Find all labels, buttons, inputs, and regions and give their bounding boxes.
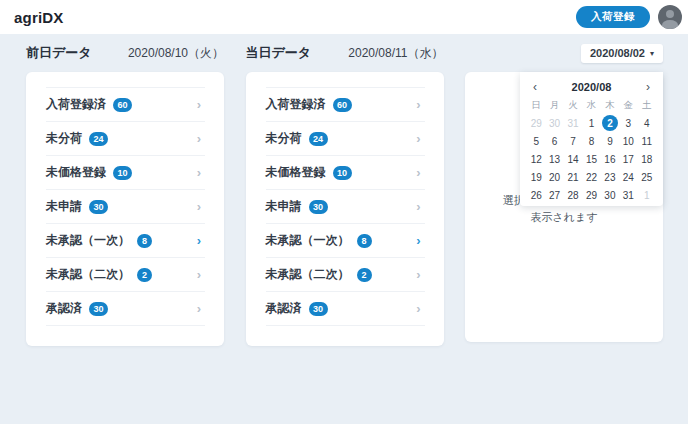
status-label: 未承認（二次） — [266, 266, 350, 283]
arrival-register-button[interactable]: 入荷登録 — [576, 6, 650, 28]
calendar-day-cell[interactable]: 1 — [583, 115, 599, 131]
calendar-weekday-label: 木 — [601, 97, 619, 114]
status-list-item[interactable]: 未分荷 24 › — [46, 122, 205, 156]
status-list-item[interactable]: 未分荷 24 › — [266, 122, 425, 156]
count-badge: 24 — [89, 132, 108, 146]
count-badge: 8 — [357, 234, 372, 248]
chevron-right-icon: › — [197, 132, 205, 145]
status-label: 未承認（一次） — [266, 232, 350, 249]
calendar-day-cell[interactable]: 24 — [620, 169, 636, 185]
calendar-day-cell[interactable]: 16 — [602, 151, 618, 167]
calendar-next-month-button[interactable]: › — [640, 77, 656, 97]
header-actions: 入荷登録 — [576, 5, 682, 29]
count-badge: 60 — [333, 98, 352, 112]
app-logo: agriDX — [14, 9, 64, 26]
chevron-right-icon: › — [197, 166, 205, 179]
chevron-right-icon: › — [197, 200, 205, 213]
calendar-day-cell[interactable]: 1 — [639, 187, 655, 203]
calendar-day-cell[interactable]: 4 — [639, 115, 655, 131]
status-label: 承認済 — [266, 300, 302, 317]
count-badge: 2 — [137, 268, 152, 282]
calendar-day-cell[interactable]: 11 — [639, 133, 655, 149]
calendar-day-cell[interactable]: 23 — [602, 169, 618, 185]
calendar-weekday-label: 土 — [638, 97, 656, 114]
calendar-day-cell[interactable]: 26 — [528, 187, 544, 203]
calendar-day-cell[interactable]: 28 — [565, 187, 581, 203]
calendar-day-cell[interactable]: 18 — [639, 151, 655, 167]
calendar-day-cell[interactable]: 19 — [528, 169, 544, 185]
calendar-day-cell[interactable]: 29 — [528, 115, 544, 131]
chevron-right-icon: › — [416, 302, 424, 315]
status-list-item[interactable]: 入荷登録済 60 › — [46, 88, 205, 122]
status-list-item[interactable]: 未申請 30 › — [46, 190, 205, 224]
calendar-day-cell[interactable]: 14 — [565, 151, 581, 167]
calendar-weekday-label: 日 — [527, 97, 545, 114]
calendar-day-cell[interactable]: 22 — [583, 169, 599, 185]
calendar-weekday-label: 火 — [564, 97, 582, 114]
count-badge: 30 — [89, 200, 108, 214]
status-list-item[interactable]: 承認済 30 › — [46, 292, 205, 326]
avatar-person-icon — [662, 20, 678, 29]
status-list-item[interactable]: 未申請 30 › — [266, 190, 425, 224]
previous-day-card: 入荷登録済 60 › 未分荷 24 › 未価格登録 10 › 未申請 30 — [26, 72, 224, 346]
calendar-day-cell[interactable]: 7 — [565, 133, 581, 149]
calendar-day-cell[interactable]: 3 — [620, 115, 636, 131]
column-title: 当日データ — [246, 44, 312, 62]
calendar-day-cell[interactable]: 30 — [547, 115, 563, 131]
chevron-right-icon: › — [197, 302, 205, 315]
calendar-weekday-label: 金 — [619, 97, 637, 114]
calendar-day-cell[interactable]: 31 — [620, 187, 636, 203]
calendar-day-cell[interactable]: 13 — [547, 151, 563, 167]
count-badge: 8 — [137, 234, 152, 248]
user-avatar[interactable] — [658, 5, 682, 29]
count-badge: 24 — [309, 132, 328, 146]
chevron-right-icon: › — [416, 268, 424, 281]
date-picker-column: 2020/08/02 ▾ 選択した日付のデータが 表示されます ‹ 2020/0… — [465, 34, 663, 346]
status-list-item[interactable]: 未価格登録 10 › — [266, 156, 425, 190]
calendar-day-cell[interactable]: 2 — [602, 115, 618, 131]
app-header: agriDX 入荷登録 — [0, 0, 688, 34]
calendar-day-cell[interactable]: 25 — [639, 169, 655, 185]
status-list-item[interactable]: 未承認（一次） 8 › — [46, 224, 205, 258]
count-badge: 30 — [89, 302, 108, 316]
caret-down-icon: ▾ — [650, 49, 654, 58]
calendar-day-cell[interactable]: 17 — [620, 151, 636, 167]
chevron-right-icon: › — [416, 98, 424, 111]
calendar-day-cell[interactable]: 29 — [583, 187, 599, 203]
status-list-item[interactable]: 未承認（一次） 8 › — [266, 224, 425, 258]
calendar-weekday-label: 水 — [582, 97, 600, 114]
calendar-day-cell[interactable]: 12 — [528, 151, 544, 167]
status-label: 未申請 — [46, 198, 82, 215]
calendar-day-cell[interactable]: 9 — [602, 133, 618, 149]
status-list-item[interactable]: 入荷登録済 60 › — [266, 88, 425, 122]
calendar-day-cell[interactable]: 20 — [547, 169, 563, 185]
calendar-header: ‹ 2020/08 › — [527, 77, 656, 97]
chevron-right-icon: › — [197, 234, 205, 247]
calendar-prev-month-button[interactable]: ‹ — [527, 77, 543, 97]
date-picker-header: 2020/08/02 ▾ — [465, 34, 663, 72]
calendar-day-cell[interactable]: 30 — [602, 187, 618, 203]
status-list-item[interactable]: 未承認（二次） 2 › — [266, 258, 425, 292]
date-select-dropdown[interactable]: 2020/08/02 ▾ — [581, 44, 663, 63]
main-content: 前日データ 2020/08/10（火） 入荷登録済 60 › 未分荷 24 › … — [0, 34, 688, 346]
current-day-header: 当日データ 2020/08/11（水） — [246, 34, 444, 72]
count-badge: 30 — [309, 302, 328, 316]
calendar-day-cell[interactable]: 31 — [565, 115, 581, 131]
chevron-right-icon: › — [416, 234, 424, 247]
status-label: 入荷登録済 — [266, 96, 326, 113]
calendar-day-cell[interactable]: 27 — [547, 187, 563, 203]
calendar-day-cell[interactable]: 6 — [547, 133, 563, 149]
column-date: 2020/08/11（水） — [348, 45, 443, 62]
calendar-day-cell[interactable]: 21 — [565, 169, 581, 185]
status-list-item[interactable]: 承認済 30 › — [266, 292, 425, 326]
count-badge: 10 — [333, 166, 352, 180]
status-list-item[interactable]: 未承認（二次） 2 › — [46, 258, 205, 292]
calendar-day-cell[interactable]: 10 — [620, 133, 636, 149]
calendar-day-cell[interactable]: 15 — [583, 151, 599, 167]
empty-message-line2: 表示されます — [465, 209, 663, 226]
status-label: 承認済 — [46, 300, 82, 317]
status-list-item[interactable]: 未価格登録 10 › — [46, 156, 205, 190]
chevron-right-icon: › — [416, 132, 424, 145]
calendar-day-cell[interactable]: 8 — [583, 133, 599, 149]
calendar-day-cell[interactable]: 5 — [528, 133, 544, 149]
